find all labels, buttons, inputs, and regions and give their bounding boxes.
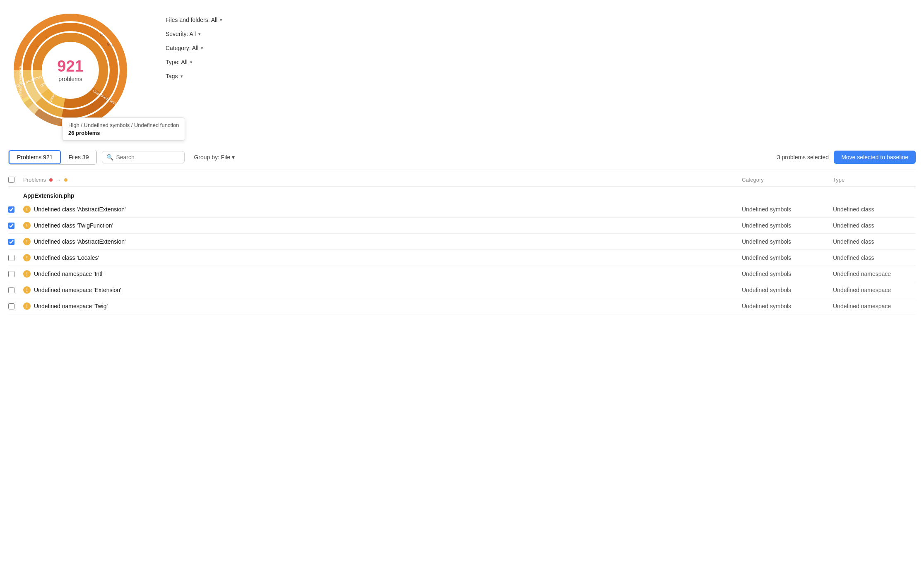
chart-area: Undefined namespace Undefined class High… xyxy=(8,8,149,132)
filter-severity-label: Severity: All xyxy=(166,31,196,37)
category-cell: Undefined symbols xyxy=(742,303,833,309)
file-group-name: AppExtension.php xyxy=(23,192,75,199)
filters-area: Files and folders: All ▾ Severity: All ▾… xyxy=(166,8,222,79)
filter-type-label: Type: All xyxy=(166,59,188,65)
type-cell: Undefined namespace xyxy=(833,271,916,277)
table-row: ! Undefined class 'TwigFunction' Undefin… xyxy=(8,218,916,234)
type-cell: Undefined namespace xyxy=(833,303,916,309)
problem-text: Undefined class 'TwigFunction' xyxy=(34,222,113,229)
warning-icon: ! xyxy=(23,206,31,213)
type-cell: Undefined class xyxy=(833,238,916,245)
svg-text:P...: P... xyxy=(100,33,105,37)
problem-text: Undefined namespace 'Intl' xyxy=(34,271,103,277)
filter-category-label: Category: All xyxy=(166,45,198,51)
row-checkbox[interactable] xyxy=(8,223,14,229)
problem-text: Undefined class 'AbstractExtension' xyxy=(34,206,126,213)
warning-icon: ! xyxy=(23,302,31,310)
table-row: ! Undefined namespace 'Twig' Undefined s… xyxy=(8,298,916,314)
selected-count: 3 problems selected xyxy=(777,154,829,161)
arrow-icon: → xyxy=(56,177,61,183)
table-row: ! Undefined namespace 'Extension' Undefi… xyxy=(8,282,916,298)
filter-tags[interactable]: Tags ▾ xyxy=(166,73,222,79)
filter-type[interactable]: Type: All ▾ xyxy=(166,59,222,65)
problem-text: Undefined class 'Locales' xyxy=(34,254,99,261)
warning-icon: ! xyxy=(23,238,31,245)
warning-icon: ! xyxy=(23,222,31,229)
filter-files-folders[interactable]: Files and folders: All ▾ xyxy=(166,17,222,23)
category-cell: Undefined symbols xyxy=(742,287,833,293)
chevron-down-icon: ▾ xyxy=(198,31,201,37)
group-by-dropdown[interactable]: Group by: File ▾ xyxy=(190,151,239,163)
tooltip-title: High / Undefined symbols / Undefined fun… xyxy=(68,122,179,128)
row-checkbox[interactable] xyxy=(8,303,14,309)
type-cell: Undefined class xyxy=(833,206,916,213)
category-cell: Undefined symbols xyxy=(742,206,833,213)
row-checkbox[interactable] xyxy=(8,287,14,293)
row-checkbox[interactable] xyxy=(8,271,14,277)
svg-text:G...: G... xyxy=(107,42,113,46)
row-checkbox[interactable] xyxy=(8,255,14,261)
table-row: ! Undefined class 'AbstractExtension' Un… xyxy=(8,234,916,250)
group-by-label: Group by: File xyxy=(194,154,230,161)
col-problems-label: Problems xyxy=(23,177,46,183)
category-cell: Undefined symbols xyxy=(742,238,833,245)
tab-group: Problems 921 Files 39 xyxy=(8,150,97,165)
table-row: ! Undefined class 'Locales' Undefined sy… xyxy=(8,250,916,266)
warning-icon: ! xyxy=(23,286,31,294)
file-group-header: AppExtension.php xyxy=(8,187,916,201)
col-type-label: Type xyxy=(833,177,845,183)
category-cell: Undefined symbols xyxy=(742,271,833,277)
problem-text: Undefined class 'AbstractExtension' xyxy=(34,238,126,245)
table-row: ! Undefined namespace 'Intl' Undefined s… xyxy=(8,266,916,282)
problems-table: Problems → Category Type AppExtension.ph… xyxy=(8,173,916,314)
table-header: Problems → Category Type xyxy=(8,173,916,187)
select-all-checkbox[interactable] xyxy=(8,177,14,183)
tab-files[interactable]: Files 39 xyxy=(61,150,96,164)
severity-red-dot xyxy=(49,178,53,182)
filter-category[interactable]: Category: All ▾ xyxy=(166,45,222,51)
toolbar: Problems 921 Files 39 🔍 Group by: File ▾… xyxy=(8,145,916,170)
problem-text: Undefined namespace 'Twig' xyxy=(34,303,108,309)
chevron-down-icon: ▾ xyxy=(232,154,235,161)
chevron-down-icon: ▾ xyxy=(180,74,183,79)
category-cell: Undefined symbols xyxy=(742,254,833,261)
top-section: Undefined namespace Undefined class High… xyxy=(8,8,916,132)
type-cell: Undefined class xyxy=(833,222,916,229)
type-cell: Undefined class xyxy=(833,254,916,261)
filter-files-folders-label: Files and folders: All xyxy=(166,17,217,23)
table-row: ! Undefined class 'AbstractExtension' Un… xyxy=(8,201,916,218)
warning-icon: ! xyxy=(23,254,31,261)
search-icon: 🔍 xyxy=(106,154,113,161)
problem-text: Undefined namespace 'Extension' xyxy=(34,287,121,293)
chart-tooltip: High / Undefined symbols / Undefined fun… xyxy=(62,117,185,141)
move-to-baseline-button[interactable]: Move selected to baseline xyxy=(834,151,916,164)
category-cell: Undefined symbols xyxy=(742,222,833,229)
chevron-down-icon: ▾ xyxy=(201,46,203,51)
donut-chart: Undefined namespace Undefined class High… xyxy=(8,8,132,132)
search-input[interactable] xyxy=(116,154,180,161)
filter-severity[interactable]: Severity: All ▾ xyxy=(166,31,222,37)
col-category-label: Category xyxy=(742,177,764,183)
filter-tags-label: Tags xyxy=(166,73,178,79)
row-checkbox[interactable] xyxy=(8,239,14,245)
chevron-down-icon: ▾ xyxy=(190,60,192,65)
chevron-down-icon: ▾ xyxy=(220,17,222,23)
type-cell: Undefined namespace xyxy=(833,287,916,293)
rows-container: ! Undefined class 'AbstractExtension' Un… xyxy=(8,201,916,314)
severity-yellow-dot xyxy=(64,178,67,182)
warning-icon: ! xyxy=(23,270,31,278)
tooltip-count: 26 problems xyxy=(68,130,179,136)
search-box[interactable]: 🔍 xyxy=(102,151,185,163)
row-checkbox[interactable] xyxy=(8,206,14,213)
tab-problems[interactable]: Problems 921 xyxy=(9,150,61,164)
